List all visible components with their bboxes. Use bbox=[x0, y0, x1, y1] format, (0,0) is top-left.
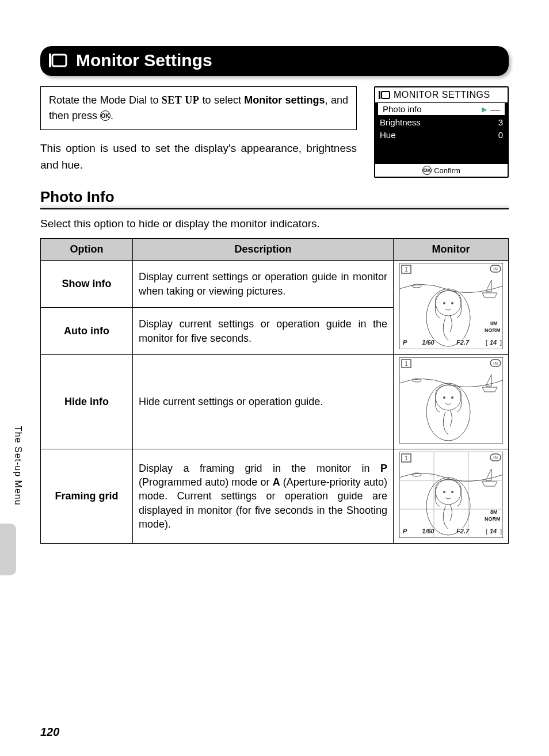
svg-text:NORM: NORM bbox=[485, 516, 501, 522]
svg-rect-3 bbox=[382, 91, 390, 98]
monitor-icon bbox=[48, 53, 68, 68]
instruction-bold: Monitor settings bbox=[244, 94, 325, 106]
svg-text:]: ] bbox=[500, 528, 502, 534]
lcd-row-value: 3 bbox=[498, 117, 503, 127]
lcd-row-empty bbox=[375, 141, 508, 164]
svg-rect-22 bbox=[399, 357, 503, 444]
svg-text:14: 14 bbox=[489, 528, 496, 534]
description-cell: Display current settings or operation gu… bbox=[133, 308, 394, 355]
monitor-thumb: 1 IN 8M NORM P 1/60 F2.7 [ 14 ] bbox=[394, 449, 509, 544]
option-cell: Show info bbox=[41, 261, 133, 308]
ok-icon: OK bbox=[422, 166, 432, 175]
svg-rect-32 bbox=[399, 452, 503, 538]
lcd-row-label: Hue bbox=[380, 130, 396, 140]
section-heading: Photo Info bbox=[40, 188, 509, 209]
svg-text:14: 14 bbox=[489, 339, 496, 346]
svg-text:IN: IN bbox=[493, 455, 498, 460]
lcd-row-value: 0 bbox=[498, 130, 503, 140]
svg-text:8M: 8M bbox=[490, 509, 498, 515]
lcd-row-brightness: Brightness 3 bbox=[375, 116, 508, 128]
lcd-header-text: MONITOR SETTINGS bbox=[394, 90, 490, 100]
lcd-row-label: Photo info bbox=[383, 104, 422, 114]
side-tab-label: The Set-up Menu bbox=[13, 426, 23, 506]
page-title-bar: Monitor Settings bbox=[40, 46, 509, 76]
svg-text:P: P bbox=[403, 528, 407, 534]
svg-text:1: 1 bbox=[405, 361, 408, 367]
description-cell: Display a framing grid in the monitor in… bbox=[133, 449, 394, 544]
svg-point-40 bbox=[443, 491, 445, 493]
intro-text: This option is used to set the display's… bbox=[40, 140, 357, 173]
side-tab-marker bbox=[0, 524, 16, 575]
svg-text:F2.7: F2.7 bbox=[456, 339, 469, 346]
lcd-row-photo-info: Photo info ▶ –– bbox=[378, 102, 505, 116]
desc-part: (Programmed auto) mode or bbox=[139, 476, 273, 488]
section-description: Select this option to hide or display th… bbox=[40, 217, 509, 230]
col-option: Option bbox=[41, 239, 133, 261]
option-cell: Auto info bbox=[41, 308, 133, 355]
col-monitor: Monitor bbox=[394, 239, 509, 261]
svg-text:1: 1 bbox=[405, 455, 408, 461]
svg-rect-1 bbox=[52, 55, 66, 66]
page-title: Monitor Settings bbox=[76, 51, 212, 70]
arrow-right-icon: ▶ bbox=[482, 105, 487, 113]
options-table: Option Description Monitor Show info Dis… bbox=[40, 238, 509, 544]
svg-point-8 bbox=[443, 302, 445, 304]
lcd-confirm-text: Confirm bbox=[434, 166, 460, 175]
svg-text:P: P bbox=[403, 339, 407, 346]
svg-point-41 bbox=[451, 491, 453, 493]
desc-part: Display a framing grid in the monitor in bbox=[139, 463, 380, 474]
lcd-row-hue: Hue 0 bbox=[375, 128, 508, 141]
col-description: Description bbox=[133, 239, 394, 261]
svg-point-26 bbox=[443, 396, 445, 399]
instruction-end: . bbox=[110, 110, 113, 121]
instruction-text-1: Rotate the Mode Dial to bbox=[49, 94, 162, 106]
lcd-row-value: –– bbox=[490, 104, 500, 114]
svg-point-9 bbox=[451, 302, 453, 304]
svg-rect-4 bbox=[399, 263, 503, 349]
lcd-row-label: Brightness bbox=[380, 117, 421, 127]
svg-text:1: 1 bbox=[405, 266, 408, 273]
setup-label: SET UP bbox=[162, 94, 200, 106]
svg-text:1/60: 1/60 bbox=[422, 528, 434, 534]
lcd-header: MONITOR SETTINGS bbox=[375, 87, 508, 102]
monitor-thumb: 1 IN 8M NORM P 1/60 F2.7 [ 14 ] bbox=[394, 261, 509, 355]
lcd-footer: OK Confirm bbox=[375, 164, 508, 177]
svg-text:[: [ bbox=[486, 528, 487, 534]
lcd-menu: Photo info ▶ –– Brightness 3 Hue 0 bbox=[375, 102, 508, 164]
svg-text:[: [ bbox=[486, 339, 487, 346]
instruction-box: Rotate the Mode Dial to SET UP to select… bbox=[40, 86, 357, 130]
monitor-thumb: 1 IN bbox=[394, 355, 509, 449]
svg-text:IN: IN bbox=[493, 266, 498, 272]
option-cell: Hide info bbox=[41, 355, 133, 449]
svg-text:NORM: NORM bbox=[485, 327, 501, 333]
option-cell: Framing grid bbox=[41, 449, 133, 544]
svg-text:F2.7: F2.7 bbox=[456, 528, 469, 534]
desc-bold: A bbox=[273, 476, 280, 488]
instruction-text-2: to select bbox=[203, 94, 245, 106]
svg-text:8M: 8M bbox=[490, 320, 498, 326]
svg-point-27 bbox=[451, 396, 453, 399]
svg-text:1/60: 1/60 bbox=[422, 339, 434, 346]
description-cell: Display current settings or operation gu… bbox=[133, 261, 394, 308]
description-cell: Hide current settings or operation guide… bbox=[133, 355, 394, 449]
desc-bold: P bbox=[380, 463, 387, 474]
svg-text:IN: IN bbox=[493, 361, 498, 366]
page-number: 120 bbox=[40, 726, 59, 739]
svg-text:]: ] bbox=[500, 339, 502, 346]
svg-rect-2 bbox=[379, 91, 380, 99]
ok-button-icon: OK bbox=[100, 110, 110, 121]
lcd-screenshot: MONITOR SETTINGS Photo info ▶ –– Brightn… bbox=[374, 86, 509, 178]
svg-rect-0 bbox=[49, 54, 51, 67]
